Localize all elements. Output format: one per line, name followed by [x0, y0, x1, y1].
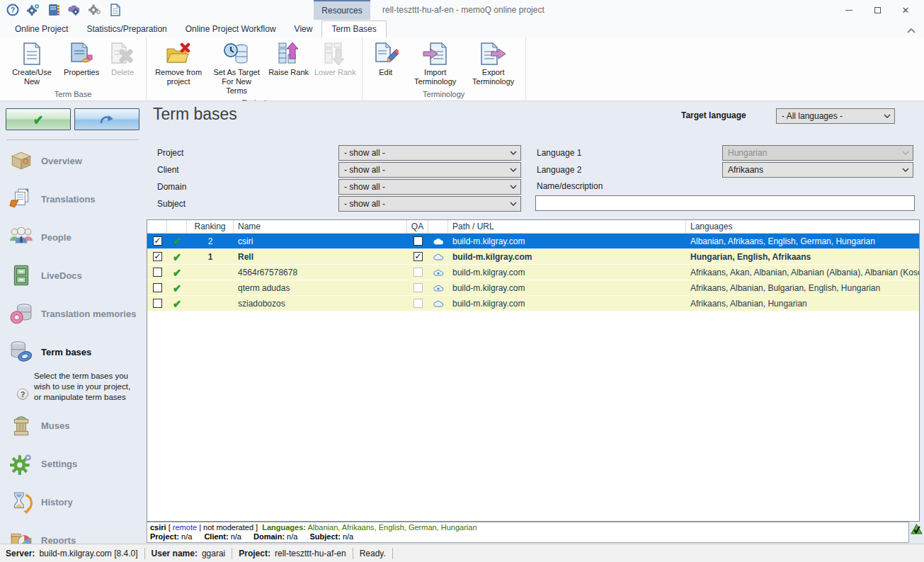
curved-arrow-icon	[99, 114, 115, 125]
import-icon	[422, 41, 449, 67]
table-row[interactable]: ✔ sziadobozos build-m.kilgray.com Afrika…	[147, 296, 919, 311]
divider	[144, 548, 145, 559]
raise-rank-button[interactable]: Raise Rank	[266, 39, 312, 79]
sidebar-item-term-bases[interactable]: Term bases	[0, 333, 145, 371]
details-languages: Albanian, Afrikaans, English, German, Hu…	[307, 523, 477, 532]
people-icon	[8, 225, 34, 249]
status-bar: Server:build-m.kilgray.com [8.4.0] User …	[0, 544, 924, 562]
minimize-button[interactable]	[835, 0, 863, 20]
use-checkbox[interactable]	[153, 268, 162, 277]
tab-online-project-workflow[interactable]: Online Project Workflow	[176, 21, 285, 38]
tab-online-project[interactable]: Online Project	[6, 21, 77, 38]
path-cell: build-m.kilgray.com	[448, 265, 686, 280]
sidebar: ✔ Overview Translations People LiveDocs …	[0, 101, 145, 544]
close-button[interactable]: ✕	[891, 0, 920, 20]
create-use-new-button[interactable]: Create/Use New	[3, 39, 61, 88]
import-terminology-button[interactable]: Import Terminology	[406, 39, 464, 88]
new-document-icon	[21, 41, 42, 67]
use-checkbox[interactable]	[153, 299, 162, 308]
close-icon: ✕	[902, 6, 910, 15]
maximize-icon	[874, 7, 881, 13]
title-bar: ? Resources rell-teszttt-hu-af-en - memo…	[0, 0, 924, 20]
project-filter-select[interactable]: - show all -	[338, 145, 521, 161]
apply-changes-button[interactable]: ✔	[6, 108, 71, 130]
button-label: Export Terminology	[467, 68, 520, 86]
sidebar-item-settings[interactable]: Settings	[0, 445, 145, 483]
use-checkbox[interactable]	[153, 252, 162, 261]
qa-checkbox[interactable]	[413, 252, 423, 261]
column-qa[interactable]: QA	[407, 220, 428, 233]
maximize-button[interactable]	[863, 0, 891, 20]
qa-checkbox	[413, 299, 423, 308]
button-label: Create/Use New	[6, 68, 58, 86]
ribbon-tab-row: Online Project Statistics/Preparation On…	[0, 20, 924, 38]
cabinet-icon	[8, 263, 34, 287]
table-row[interactable]: ✔ qterm adudas build-m.kilgray.com Afrik…	[147, 280, 919, 296]
domain-filter-select[interactable]: - show all -	[338, 179, 521, 195]
question-mark-icon: ?	[17, 389, 28, 400]
contextual-tab-group: Resources	[314, 0, 370, 20]
termbase-icon	[8, 340, 34, 364]
sidebar-item-history[interactable]: History	[0, 483, 145, 522]
column-ranking[interactable]: Ranking	[187, 220, 234, 233]
button-label: Edit	[379, 68, 392, 77]
button-label: Raise Rank	[268, 68, 309, 77]
document-icon[interactable]	[108, 3, 122, 17]
sidebar-item-translations[interactable]: Translations	[0, 180, 145, 218]
revert-button[interactable]	[74, 108, 139, 130]
languages-cell: Albanian, Afrikaans, English, German, Hu…	[686, 234, 919, 248]
path-cell: build-m.kilgray.com	[448, 280, 686, 295]
table-row[interactable]: ✔ 2 csiri build-m.kilgray.com Albanian, …	[147, 234, 919, 249]
edit-button[interactable]: Edit	[365, 39, 406, 79]
help-icon[interactable]: ?	[6, 3, 20, 17]
name-description-input[interactable]	[535, 195, 915, 211]
column-path-url[interactable]: Path / URL	[448, 220, 686, 233]
domain-filter-label: Domain	[157, 182, 186, 192]
export-terminology-button[interactable]: Export Terminology	[464, 39, 523, 88]
table-row[interactable]: ✔ 4564r67578678 build-m.kilgray.com Afri…	[147, 265, 919, 280]
target-language-select[interactable]: - All languages -	[776, 108, 895, 124]
table-header: Ranking Name QA Path / URL Languages	[147, 220, 919, 234]
qa-checkbox	[413, 268, 423, 277]
tab-term-bases[interactable]: Term Bases	[321, 21, 386, 38]
sidebar-item-muses[interactable]: Muses	[0, 407, 145, 445]
cloud-settings-icon[interactable]	[67, 3, 81, 17]
remove-from-project-button[interactable]: Remove from project	[149, 39, 207, 88]
chevron-down-icon	[902, 168, 909, 172]
client-filter-label: Client	[157, 165, 179, 175]
properties-button[interactable]: Properties	[61, 39, 102, 79]
tab-view[interactable]: View	[285, 21, 322, 38]
status-user: User name:ggarai	[152, 549, 226, 558]
name-cell: Rell	[234, 249, 407, 264]
documents-icon	[8, 187, 34, 211]
language2-select[interactable]: Afrikaans	[722, 162, 913, 178]
sidebar-item-livedocs[interactable]: LiveDocs	[0, 256, 145, 294]
server-administrator-icon[interactable]	[26, 3, 40, 17]
subject-filter-select[interactable]: - show all -	[338, 196, 521, 212]
language1-select: Hungarian	[722, 145, 913, 161]
button-label: Remove from project	[152, 68, 205, 86]
languages-cell: Afrikaans, Albanian, Hungarian	[686, 296, 919, 311]
name-cell: csiri	[234, 234, 407, 248]
sidebar-item-translation-memories[interactable]: Translation memories	[0, 294, 145, 333]
qa-checkbox[interactable]	[413, 236, 423, 246]
name-cell: qterm adudas	[234, 280, 407, 295]
path-cell: build-m.kilgray.com	[448, 234, 686, 248]
use-checkbox[interactable]	[153, 236, 162, 246]
column-name[interactable]: Name	[234, 220, 407, 233]
languages-cell: Afrikaans, Albanian, Bulgarian, English,…	[686, 280, 919, 295]
gears-disabled-icon	[88, 3, 102, 17]
column-languages[interactable]: Languages	[686, 220, 919, 233]
sidebar-item-people[interactable]: People	[0, 218, 145, 256]
tab-statistics-preparation[interactable]: Statistics/Preparation	[77, 21, 176, 38]
set-as-target-button[interactable]: Set As Target For New Terms	[207, 39, 266, 98]
quick-access-toolbar: ?	[6, 3, 122, 17]
sidebar-item-overview[interactable]: Overview	[0, 142, 145, 180]
qa-settings-button[interactable]	[911, 523, 923, 535]
address-book-icon[interactable]	[47, 3, 61, 17]
table-row[interactable]: ✔ 1 Rell build-m.kilgray.com Hungarian, …	[147, 249, 919, 265]
client-filter-select[interactable]: - show all -	[338, 162, 521, 178]
collapse-ribbon-button[interactable]	[906, 27, 917, 35]
use-checkbox[interactable]	[153, 283, 162, 292]
sidebar-item-reports[interactable]: Reports	[0, 522, 145, 544]
